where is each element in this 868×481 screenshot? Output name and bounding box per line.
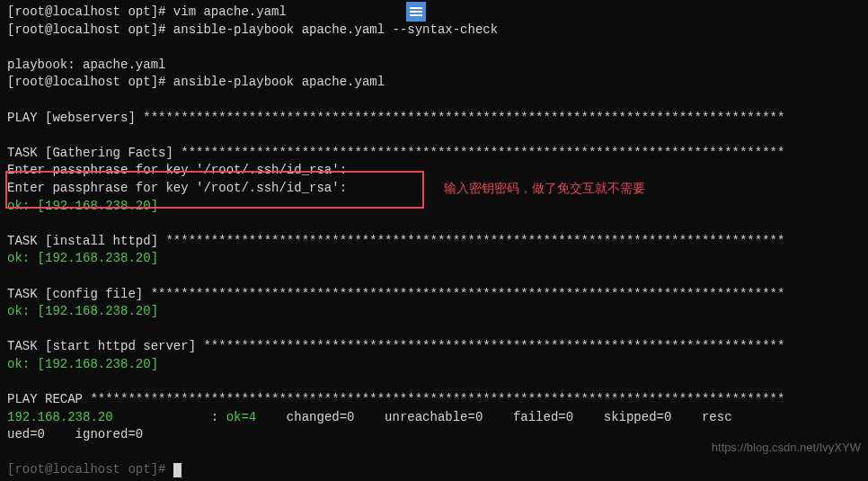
shell-prompt: [root@localhost opt]#: [7, 75, 173, 89]
command-text: ansible-playbook apache.yaml --syntax-ch…: [173, 22, 498, 37]
terminal-line: [root@localhost opt]# ansible-playbook a…: [7, 22, 861, 40]
shell-prompt: [root@localhost opt]#: [7, 22, 173, 37]
task-ok: ok: [192.168.238.20]: [7, 198, 861, 216]
passphrase-prompt: Enter passphrase for key '/root/.ssh/id_…: [7, 180, 861, 198]
terminal-line: [root@localhost opt]# ansible-playbook a…: [7, 74, 861, 92]
terminal-line: [root@localhost opt]# vim apache.yaml: [7, 4, 861, 22]
watermark-text: https://blog.csdn.net/IvyXYW: [712, 440, 861, 456]
terminal-output: playbook: apache.yaml: [7, 57, 861, 75]
command-text: ansible-playbook apache.yaml: [173, 75, 385, 89]
passphrase-prompt: Enter passphrase for key '/root/.ssh/id_…: [7, 162, 861, 180]
recap-header: PLAY RECAP *****************************…: [7, 391, 861, 409]
shell-prompt: [root@localhost opt]#: [7, 462, 173, 477]
task-header: TASK [start httpd server] **************…: [7, 338, 861, 356]
recap-line: 192.168.238.20 : ok=4 changed=0 unreacha…: [7, 409, 861, 427]
shell-prompt: [root@localhost opt]#: [7, 4, 173, 19]
terminal-line: [root@localhost opt]#: [7, 461, 861, 479]
file-icon: [406, 2, 426, 22]
recap-ok-count: ok=4: [226, 410, 279, 424]
task-header: TASK [config file] *********************…: [7, 286, 861, 304]
recap-stats: changed=0 unreachable=0 failed=0 skipped…: [279, 410, 731, 424]
task-header: TASK [Gathering Facts] *****************…: [7, 145, 861, 163]
task-ok: ok: [192.168.238.20]: [7, 303, 861, 321]
play-header: PLAY [webservers] **********************…: [7, 110, 861, 128]
cursor: [173, 463, 182, 477]
annotation-text: 输入密钥密码，做了免交互就不需要: [444, 180, 645, 198]
task-ok: ok: [192.168.238.20]: [7, 250, 861, 268]
task-header: TASK [install httpd] *******************…: [7, 233, 861, 251]
task-ok: ok: [192.168.238.20]: [7, 356, 861, 374]
recap-host: 192.168.238.20: [7, 410, 113, 424]
command-text: vim apache.yaml: [173, 4, 287, 19]
